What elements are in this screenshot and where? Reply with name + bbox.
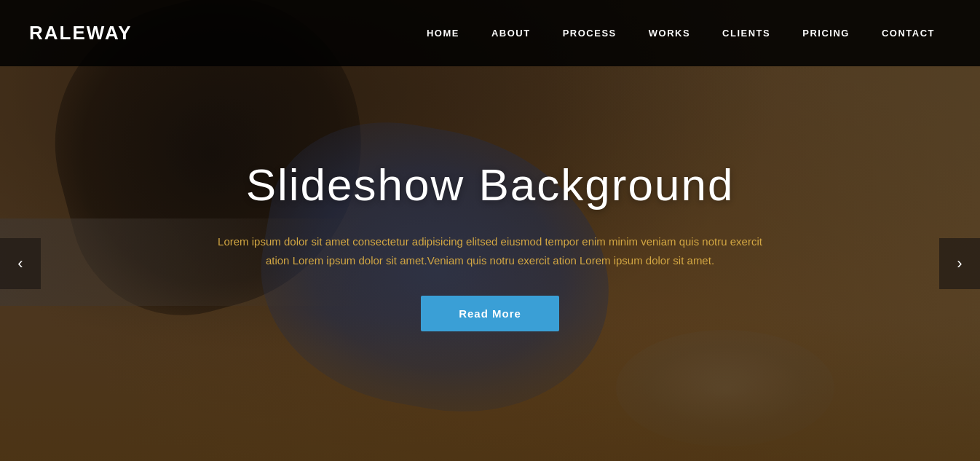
hero-section: RALEWAY HOME ABOUT PROCESS WORKS CLIENTS… [0,0,980,461]
nav-link-pricing[interactable]: PRICING [786,0,866,66]
navbar: RALEWAY HOME ABOUT PROCESS WORKS CLIENTS… [0,0,980,66]
chevron-right-icon: › [957,254,962,273]
hero-content: Slideshow Background Lorem ipsum dolor s… [177,159,803,331]
nav-menu: HOME ABOUT PROCESS WORKS CLIENTS PRICING… [411,0,951,66]
nav-item-home[interactable]: HOME [411,0,475,66]
nav-item-clients[interactable]: CLIENTS [706,0,786,66]
nav-link-works[interactable]: WORKS [633,0,706,66]
nav-item-about[interactable]: ABOUT [475,0,547,66]
nav-item-process[interactable]: PROCESS [547,0,633,66]
read-more-button[interactable]: Read More [421,296,559,331]
brand-logo[interactable]: RALEWAY [29,22,133,44]
nav-item-works[interactable]: WORKS [633,0,706,66]
slideshow-prev-button[interactable]: ‹ [0,238,41,289]
chevron-left-icon: ‹ [17,254,23,273]
nav-link-process[interactable]: PROCESS [547,0,633,66]
nav-item-pricing[interactable]: PRICING [786,0,866,66]
nav-link-contact[interactable]: CONTACT [866,0,951,66]
hero-description: Lorem ipsum dolor sit amet consectetur a… [206,232,774,269]
nav-link-about[interactable]: ABOUT [475,0,547,66]
nav-link-clients[interactable]: CLIENTS [706,0,786,66]
nav-link-home[interactable]: HOME [411,0,475,66]
slideshow-next-button[interactable]: › [939,238,980,289]
nav-item-contact[interactable]: CONTACT [866,0,951,66]
hero-title: Slideshow Background [206,159,774,210]
